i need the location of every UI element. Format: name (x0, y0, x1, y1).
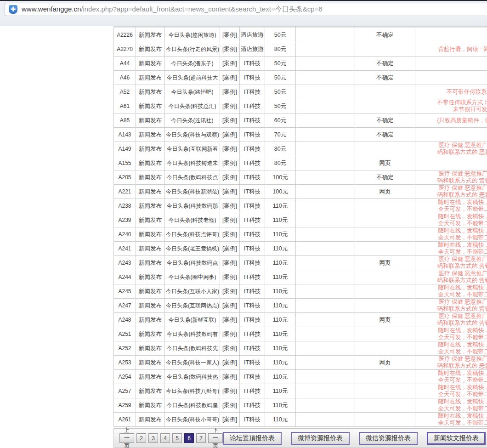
row-comment: 医疗 保健 恶意推广 带二维码和联系方式的 营销性质的 (415, 299, 487, 313)
row-title: 今日头条(新鲜互联) (165, 313, 220, 327)
row-comment: 随时在线，发稿快，节假日全天可发，不能带二维码和 (415, 199, 487, 213)
row-case-link[interactable]: [案例] (220, 256, 240, 270)
comment-line: 随时在线，发稿快，节假日 (415, 327, 487, 334)
row-case-link[interactable]: [案例] (220, 270, 240, 284)
comment-line: 全天可发，不能带二维码和 (415, 220, 487, 227)
row-empty (296, 28, 355, 42)
row-case-link[interactable]: [案例] (220, 128, 240, 142)
row-id: A240 (114, 227, 136, 242)
row-empty (296, 57, 355, 71)
row-comment: 随时在线，发稿快，节假日全天可发，不能带二维码和 (415, 227, 487, 242)
next-page-button[interactable]: 下一页 (208, 433, 223, 443)
table-row: A149新闻发布今日头条(互联网新看[案例]IT科技80元医疗 保健 恶意推广 … (114, 142, 487, 156)
row-empty (296, 313, 355, 327)
row-case-link[interactable]: [案例] (220, 113, 240, 128)
row-case-link[interactable]: [案例] (220, 284, 240, 299)
prev-page-button[interactable]: 上一页 (119, 433, 134, 443)
row-comment: 随时在线，发稿快，节假日全天可发，不能带二维码和 (415, 341, 487, 356)
row-category: 酒店旅游 (240, 28, 265, 42)
row-empty (296, 99, 355, 113)
row-case-link[interactable]: [案例] (220, 413, 240, 427)
row-status: 不确定 (355, 71, 415, 85)
comment-line: 码和联系方式的 恶意营销性 (415, 192, 487, 198)
row-case-link[interactable]: [案例] (220, 71, 240, 85)
table-row: A239新闻发布今日头条(科技老怪)[案例]IT科技110元随时在线，发稿快，节… (114, 213, 487, 227)
news-article-price-button[interactable]: 新闻软文报价表 (427, 432, 486, 445)
row-status (355, 327, 415, 341)
shield-plus-icon: ✚ (9, 5, 17, 14)
row-category: IT科技 (240, 99, 265, 113)
row-case-link[interactable]: [案例] (220, 370, 240, 384)
page-button-7[interactable]: 7 (196, 433, 206, 443)
page-button-4[interactable]: 4 (160, 433, 170, 443)
row-status: 不确定 (355, 170, 415, 185)
table-row: A253新闻发布今日头条(科技一家人)[案例]IT科技110元网页医疗 保健 恶… (114, 356, 487, 370)
page-button-3[interactable]: 3 (148, 433, 158, 443)
row-id: A2270 (114, 42, 136, 57)
row-case-link[interactable]: [案例] (220, 242, 240, 256)
row-empty (296, 213, 355, 227)
row-status: 不确定 (355, 28, 415, 42)
row-id: A247 (114, 299, 136, 313)
table-row: A254新闻发布今日头条(数码科技热[案例]IT科技110元随时在线，发稿快，节… (114, 370, 487, 384)
row-case-link[interactable]: [案例] (220, 99, 240, 113)
row-type: 新闻发布 (136, 270, 165, 284)
row-title: 今日头条(科技总汇) (165, 99, 220, 113)
row-empty (296, 270, 355, 284)
row-comment: 随时在线，发稿快，节假日全天可发，不能带二维码和 (415, 327, 487, 341)
wechat-resource-price-button[interactable]: 微信资源报价表 (359, 432, 418, 445)
page-button-5[interactable]: 5 (172, 433, 182, 443)
row-case-link[interactable]: [案例] (220, 299, 240, 313)
table-row: A248新闻发布今日头条(新鲜互联)[案例]IT科技110元网页医疗 保健 恶意… (114, 313, 487, 327)
page-button-6[interactable]: 6 (184, 433, 194, 443)
row-comment: 医疗 保健 恶意推广 带二维码和联系方式的 营销性质的 (415, 170, 487, 185)
row-case-link[interactable]: [案例] (220, 384, 240, 398)
row-case-link[interactable]: [案例] (220, 398, 240, 413)
row-comment (415, 128, 487, 142)
row-case-link[interactable]: [案例] (220, 57, 240, 71)
row-case-link[interactable]: [案例] (220, 213, 240, 227)
row-case-link[interactable]: [案例] (220, 356, 240, 370)
row-id: A257 (114, 384, 136, 398)
row-case-link[interactable]: [案例] (220, 85, 240, 99)
row-empty (296, 242, 355, 256)
row-case-link[interactable]: [案例] (220, 42, 240, 57)
row-case-link[interactable]: [案例] (220, 313, 240, 327)
row-case-link[interactable]: [案例] (220, 185, 240, 199)
comment-line: 码和联系方式的 营销性质的 (415, 306, 487, 312)
row-case-link[interactable]: [案例] (220, 199, 240, 213)
page-button-2[interactable]: 2 (136, 433, 146, 443)
row-id: A239 (114, 213, 136, 227)
forum-top-price-button[interactable]: 论坛置顶报价表 (223, 432, 282, 445)
row-id: A261 (114, 413, 136, 427)
row-status (355, 142, 415, 156)
weibo-resource-price-button[interactable]: 微博资源报价表 (291, 432, 350, 445)
comment-line: 随时在线，发稿快，节假日 (415, 227, 487, 234)
row-case-link[interactable]: [案例] (220, 327, 240, 341)
row-type: 新闻发布 (136, 356, 165, 370)
page-top-band (0, 17, 487, 26)
table-row: A155新闻发布今日头条(科技铸造未[案例]IT科技80元网页 (114, 156, 487, 170)
row-id: A143 (114, 128, 136, 142)
row-type: 新闻发布 (136, 142, 165, 156)
row-category: IT科技 (240, 113, 265, 128)
row-category: IT科技 (240, 341, 265, 356)
row-case-link[interactable]: [案例] (220, 227, 240, 242)
row-case-link[interactable]: [案例] (220, 170, 240, 185)
row-case-link[interactable]: [案例] (220, 28, 240, 42)
comment-line: 背起行囊，阅读一路上的风 (415, 46, 487, 53)
row-title: 今日头条(互联网热点) (165, 299, 220, 313)
comment-line: 医疗 保健 恶意推广 带二维 (415, 185, 487, 192)
row-price: 50元 (265, 99, 296, 113)
row-title: 今日头条(行走的风景) (165, 42, 220, 57)
row-id: A44 (114, 57, 136, 71)
row-status (355, 341, 415, 356)
row-case-link[interactable]: [案例] (220, 142, 240, 156)
row-type: 新闻发布 (136, 99, 165, 113)
row-empty (296, 71, 355, 85)
address-bar[interactable]: ✚ www.wenfangge.cn/index.php?app=default… (5, 3, 487, 16)
row-case-link[interactable]: [案例] (220, 156, 240, 170)
row-id: A155 (114, 156, 136, 170)
row-case-link[interactable]: [案例] (220, 341, 240, 356)
row-empty (296, 199, 355, 213)
